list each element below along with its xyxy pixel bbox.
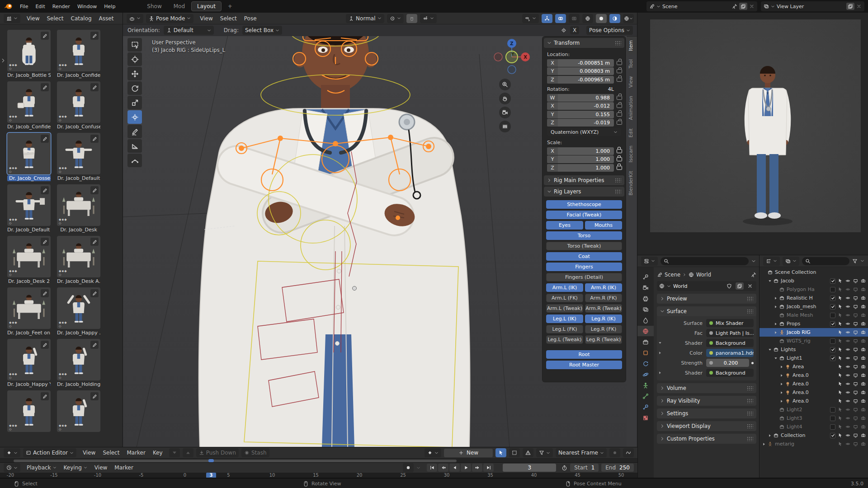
menu-view[interactable]: View xyxy=(79,449,99,457)
rig-layer-coat[interactable]: Coat xyxy=(546,252,622,261)
menu-file[interactable]: File xyxy=(16,3,32,10)
camera-icon[interactable] xyxy=(860,321,866,326)
camera-icon[interactable] xyxy=(860,356,866,361)
menu-view[interactable]: View xyxy=(196,14,216,23)
pointer-icon[interactable] xyxy=(837,433,843,438)
menu-select[interactable]: Select xyxy=(43,14,67,23)
outliner-row-area-0[interactable]: Area.0 xyxy=(760,388,868,397)
edit-asset-icon[interactable] xyxy=(90,83,99,91)
asset-thumbnail[interactable]: ◆▪◆◇ xyxy=(7,184,51,226)
filter-icon[interactable] xyxy=(852,258,858,264)
outliner-row-light1[interactable]: Light1 xyxy=(760,354,868,362)
asset-item-dr-jacob-crossed[interactable]: ◆▪◆◇Dr. Jacob_Crossed... xyxy=(7,133,51,183)
rotation-w-field[interactable]: W0.988 xyxy=(547,94,614,102)
rig-layer-arm-l-fk[interactable]: Arm.L (FK) xyxy=(546,294,583,302)
enable-checkbox[interactable] xyxy=(830,407,835,413)
eye-icon[interactable] xyxy=(845,399,851,404)
eye-icon[interactable] xyxy=(845,304,851,309)
camera-icon[interactable] xyxy=(860,287,866,292)
stash-button[interactable]: Stash xyxy=(241,448,269,457)
push-down-button[interactable]: Push Down xyxy=(196,448,239,457)
world-datablock[interactable]: World xyxy=(657,281,756,291)
rig-layer-torso-tweak[interactable]: Torso (Tweak) xyxy=(546,242,622,250)
screen-icon[interactable] xyxy=(853,416,859,421)
camera-icon[interactable] xyxy=(860,416,866,421)
socket-dot-icon[interactable] xyxy=(709,331,713,335)
rig-layer-sthethoscope[interactable]: Sthethoscope xyxy=(546,200,622,209)
pointer-icon[interactable] xyxy=(837,381,843,386)
screen-icon[interactable] xyxy=(853,407,859,412)
editor-type-button[interactable] xyxy=(4,463,20,472)
snap-frame-dropdown[interactable]: Nearest Frame xyxy=(556,448,607,457)
properties-tab-tool[interactable] xyxy=(637,272,654,282)
workspace-tab-show[interactable]: Show xyxy=(142,2,167,11)
warning-toggle[interactable] xyxy=(523,448,533,457)
chevron-down-icon[interactable] xyxy=(860,259,864,263)
screen-icon[interactable] xyxy=(853,347,859,352)
eye-icon[interactable] xyxy=(845,381,851,386)
eye-icon[interactable] xyxy=(845,441,851,446)
lock-open-icon[interactable] xyxy=(617,104,622,108)
eye-icon[interactable] xyxy=(845,278,851,283)
expand-right-icon[interactable] xyxy=(779,382,784,386)
drag-dots-icon[interactable] xyxy=(615,189,621,194)
jump-first-button[interactable] xyxy=(427,464,437,472)
menu-view[interactable]: View xyxy=(91,464,111,472)
npanel-tab-edit[interactable]: Edit xyxy=(627,125,637,141)
lock-open-icon[interactable] xyxy=(617,61,622,65)
eye-icon[interactable] xyxy=(845,313,851,318)
enable-checkbox[interactable] xyxy=(830,338,835,344)
breadcrumb-world[interactable]: World xyxy=(696,272,711,278)
outliner-row-collection[interactable]: Collection xyxy=(760,431,868,440)
outliner-row-scene-collection[interactable]: Scene Collection xyxy=(760,268,868,277)
asset-item-dr-jacob-desk[interactable]: ◆▪◆◇Dr. Jacob_Desk xyxy=(57,184,100,234)
asset-thumbnail[interactable]: ◆▪◆◇ xyxy=(57,133,100,174)
properties-tab-output[interactable] xyxy=(637,293,654,304)
outliner-row-jacob[interactable]: Jacob xyxy=(760,277,868,285)
drag-dots-icon[interactable] xyxy=(615,41,621,45)
asset-thumbnail[interactable]: ◆▪◆◇ xyxy=(57,339,100,380)
outliner-row-area-0[interactable]: Area.0 xyxy=(760,371,868,380)
rig-layer-eyes[interactable]: Eyes xyxy=(546,221,583,230)
properties-tab-bone[interactable] xyxy=(637,391,654,401)
dope-sheet-strip[interactable] xyxy=(0,459,637,463)
scale-x-field[interactable]: X1.000 xyxy=(547,147,614,155)
menu-select[interactable]: Select xyxy=(217,14,241,23)
asset-thumbnail[interactable]: ◆▪◆◇ xyxy=(7,236,51,277)
expand-down-icon[interactable] xyxy=(767,279,773,283)
asset-thumbnail[interactable]: ◆▪◆◇ xyxy=(7,339,51,380)
unlink-button[interactable] xyxy=(746,282,754,290)
edit-asset-icon[interactable] xyxy=(90,186,99,194)
properties-tab-constraints[interactable] xyxy=(637,358,654,369)
lock-closed-icon[interactable] xyxy=(617,157,622,161)
rig-layer-leg-r-ik[interactable]: Leg.R (IK) xyxy=(585,314,622,323)
edit-asset-icon[interactable] xyxy=(41,83,49,91)
pointer-icon[interactable] xyxy=(837,364,843,369)
breadcrumb-scene[interactable]: Scene xyxy=(665,272,680,278)
asset-item-dr-jacob-confident[interactable]: ◆▪◆◇Dr. Jacob_Confident xyxy=(57,30,100,80)
menu-asset[interactable]: Asset xyxy=(95,14,118,23)
camera-icon[interactable] xyxy=(860,364,866,369)
zoom-button[interactable] xyxy=(499,79,511,90)
select-tool-toggle[interactable] xyxy=(495,448,506,457)
enable-checkbox[interactable] xyxy=(830,347,835,352)
pointer-icon[interactable] xyxy=(837,330,843,335)
pointer-icon[interactable] xyxy=(837,416,843,421)
screen-icon[interactable] xyxy=(853,330,859,335)
chevron-down-icon[interactable] xyxy=(751,259,756,263)
animate-dot-icon[interactable] xyxy=(751,362,754,364)
eye-icon[interactable] xyxy=(845,338,851,343)
rig-layer-arm-l-tweak[interactable]: Arm.L (Tweak) xyxy=(546,304,583,313)
npanel-tab-animation[interactable]: Animation xyxy=(627,92,637,124)
expand-right-icon[interactable] xyxy=(779,399,784,403)
current-frame-badge[interactable]: 3 xyxy=(206,473,216,478)
scene-selector[interactable]: Scene xyxy=(646,1,757,11)
eye-icon[interactable] xyxy=(845,390,851,395)
current-frame-field[interactable]: 3 xyxy=(503,464,556,472)
gizmo-toggle[interactable] xyxy=(542,14,552,23)
action-down-button[interactable] xyxy=(169,448,180,457)
lock-open-icon[interactable] xyxy=(617,121,622,125)
properties-tab-scene[interactable] xyxy=(637,315,654,325)
jump-last-button[interactable] xyxy=(483,464,494,472)
edit-asset-icon[interactable] xyxy=(41,392,49,400)
